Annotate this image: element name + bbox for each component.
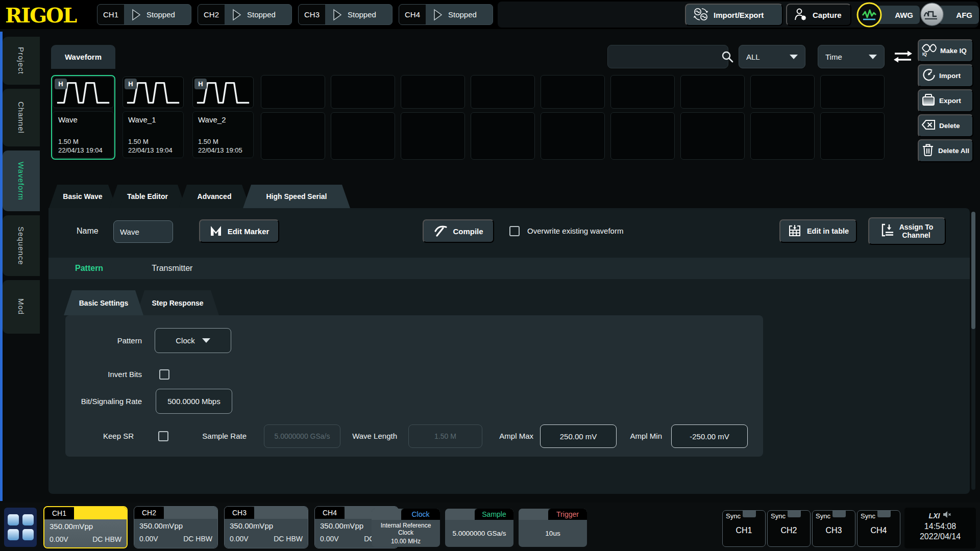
edit-marker-button[interactable]: Edit Marker <box>199 219 279 243</box>
ampl-min-field[interactable]: -250.00 mV <box>671 424 748 448</box>
play-icon <box>332 9 342 21</box>
sidebar-item-mod[interactable]: Mod <box>3 280 40 334</box>
sort-filter-dropdown[interactable]: Time <box>818 45 885 68</box>
scrollbar-thumb[interactable] <box>971 212 975 329</box>
hold-badge: H <box>194 79 207 89</box>
waveform-card-wave-1[interactable]: H Wave_1 1.50 M 22/04/13 19:04 <box>121 75 185 160</box>
tab-table-editor[interactable]: Table Editor <box>109 185 186 208</box>
sync-channel4-card[interactable]: Sync CH4 <box>857 510 900 547</box>
search-icon[interactable] <box>721 50 740 63</box>
empty-waveform-info-slot[interactable] <box>750 112 815 160</box>
tab-advanced[interactable]: Advanced <box>179 185 250 208</box>
overwrite-checkbox[interactable] <box>509 226 520 236</box>
channel3-run-status[interactable]: CH3 Stopped <box>298 4 393 25</box>
mode-tab-transmitter[interactable]: Transmitter <box>152 264 192 273</box>
awg-waveform-icon[interactable] <box>856 2 883 30</box>
empty-waveform-info-slot[interactable] <box>471 112 535 160</box>
import-export-button[interactable]: Import/Export <box>685 4 783 26</box>
sidebar-item-sequence[interactable]: Sequence <box>3 215 40 276</box>
import-export-label: Import/Export <box>714 11 764 19</box>
afg-waveform-icon[interactable] <box>920 2 944 29</box>
empty-waveform-info-slot[interactable] <box>541 112 605 160</box>
delete-all-button[interactable]: Delete All <box>918 139 973 162</box>
delete-all-trash-icon <box>921 143 935 159</box>
empty-waveform-slot[interactable] <box>471 75 535 109</box>
empty-waveform-info-slot[interactable] <box>610 112 675 160</box>
waveform-name: Wave_2 <box>198 115 248 124</box>
empty-waveform-info-slot[interactable] <box>261 112 325 160</box>
channel4-run-status[interactable]: CH4 Stopped <box>399 4 493 25</box>
statusbar-channel1-card[interactable]: CH1 350.00mVpp 0.00VDC HBW <box>43 506 128 548</box>
sample-status-card[interactable]: Sample 5.0000000 GSa/s <box>445 509 513 547</box>
channel4-status-label: Stopped <box>448 10 477 19</box>
empty-waveform-slot[interactable] <box>680 75 745 109</box>
keep-sr-checkbox[interactable] <box>158 431 168 441</box>
sync-channel1-card[interactable]: Sync CH1 <box>722 510 766 547</box>
empty-waveform-slot[interactable] <box>541 75 605 109</box>
system-info-panel[interactable]: LXI 14:54:08 2022/04/14 <box>904 508 976 548</box>
ampl-max-field[interactable]: 250.00 mV <box>540 424 617 448</box>
search-box[interactable] <box>607 45 728 68</box>
home-grid-button[interactable] <box>4 508 37 547</box>
empty-waveform-slot[interactable] <box>401 75 465 109</box>
empty-waveform-info-slot[interactable] <box>331 112 395 160</box>
assign-to-channel-button[interactable]: Assign ToChannel <box>868 217 946 245</box>
delete-button[interactable]: Delete <box>918 114 973 137</box>
channel3-status-label: Stopped <box>348 10 376 19</box>
empty-waveform-slot[interactable] <box>750 75 815 109</box>
make-iq-button[interactable]: IQ Make IQ <box>918 39 973 62</box>
afg-mode-button[interactable]: AFG <box>938 6 979 24</box>
tab-step-response[interactable]: Step Response <box>136 290 219 315</box>
channel1-offset: 0.00V <box>50 535 68 543</box>
waveform-card-wave-2[interactable]: H Wave_2 1.50 M 22/04/13 19:05 <box>191 75 255 160</box>
empty-waveform-slot[interactable] <box>610 75 675 109</box>
empty-waveform-info-slot[interactable] <box>820 112 885 160</box>
import-button[interactable]: Import <box>918 64 973 87</box>
wave-length-label: Wave Length <box>346 424 397 448</box>
edit-in-table-button[interactable]: Edit in table <box>779 219 857 243</box>
search-input[interactable] <box>608 53 721 61</box>
trigger-status-card[interactable]: Trigger 10us <box>519 509 587 547</box>
pattern-dropdown[interactable]: Clock <box>155 328 231 353</box>
statusbar-channel2-card[interactable]: CH2 350.00mVpp 0.00VDC HBW <box>134 506 218 548</box>
empty-waveform-slot[interactable] <box>331 75 395 109</box>
tab-high-speed-serial[interactable]: High Speed Serial <box>243 185 350 208</box>
sidebar-item-waveform[interactable]: Waveform <box>3 151 40 211</box>
compile-button[interactable]: Compile <box>423 219 494 243</box>
bit-rate-field[interactable]: 500.0000 Mbps <box>156 389 232 414</box>
waveform-browser-tab[interactable]: Waveform <box>51 45 115 69</box>
statusbar-channel3-card[interactable]: CH3 350.00mVpp 0.00VDC HBW <box>224 506 308 548</box>
mode-tab-pattern[interactable]: Pattern <box>75 264 103 273</box>
overwrite-label: Overwrite existing waveform <box>527 219 623 243</box>
tab-basic-wave[interactable]: Basic Wave <box>49 185 116 208</box>
channel2-run-status[interactable]: CH2 Stopped <box>198 4 292 25</box>
sort-order-swap-icon[interactable] <box>892 47 914 66</box>
sync-channel2-card[interactable]: Sync CH2 <box>767 510 811 547</box>
waveform-card-wave[interactable]: H Wave 1.50 M 22/04/13 19:04 <box>51 75 115 160</box>
type-filter-dropdown[interactable]: ALL <box>739 45 805 68</box>
play-icon <box>131 9 141 21</box>
empty-waveform-info-slot[interactable] <box>401 112 465 160</box>
status-bar: CH1 350.00mVpp 0.00VDC HBW CH2 350.00mVp… <box>0 503 980 551</box>
sync2-channel: CH2 <box>771 526 810 535</box>
waveform-card-info: Wave_1 1.50 M 22/04/13 19:04 <box>122 111 184 158</box>
vertical-scrollbar[interactable] <box>971 212 975 490</box>
sidebar-item-project[interactable]: Project <box>3 37 40 85</box>
empty-waveform-info-slot[interactable] <box>680 112 745 160</box>
channel2-coupling: DC HBW <box>183 535 212 543</box>
name-input[interactable] <box>113 220 173 243</box>
clock-status-card[interactable]: Clock Internal Reference Clock 10.00 MHz <box>372 509 440 547</box>
empty-waveform-slot[interactable] <box>820 75 885 109</box>
channel2-amplitude: 350.00mVpp <box>139 521 212 530</box>
capture-button[interactable]: Capture <box>786 4 851 26</box>
sync-channel3-card[interactable]: Sync CH3 <box>812 510 855 547</box>
tab-basic-settings[interactable]: Basic Settings <box>64 290 143 315</box>
sidebar-item-channel[interactable]: Channel <box>3 89 40 146</box>
channel1-run-status[interactable]: CH1 Stopped <box>97 4 191 25</box>
editor-tab-bar: Basic Wave Table Editor Advanced High Sp… <box>49 185 343 208</box>
empty-waveform-slot[interactable] <box>261 75 325 109</box>
export-button[interactable]: Export <box>918 89 973 112</box>
speaker-muted-icon <box>943 511 951 520</box>
waveform-date: 22/04/13 19:04 <box>128 146 178 154</box>
invert-bits-checkbox[interactable] <box>159 369 169 380</box>
